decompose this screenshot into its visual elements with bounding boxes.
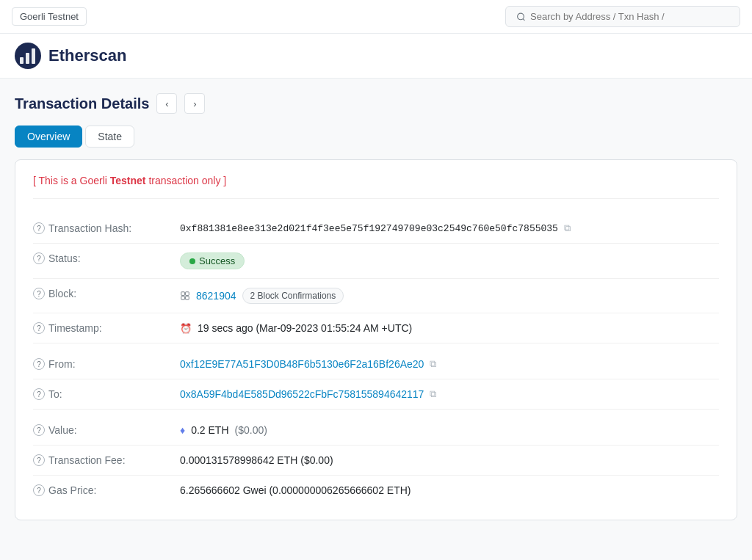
status-dot bbox=[189, 258, 195, 264]
svg-rect-3 bbox=[20, 57, 24, 64]
block-value: 8621904 2 Block Confirmations bbox=[180, 288, 719, 304]
page-content: Transaction Details ‹ › Overview State [… bbox=[0, 79, 752, 535]
from-row: ? From: 0xf12E9E77A51F3D0B48F6b5130e6F2a… bbox=[33, 349, 719, 379]
top-navbar: Goerli Testnet bbox=[0, 0, 752, 34]
hash-label: ? Transaction Hash: bbox=[33, 222, 180, 234]
hash-value: 0xf881381e8ee313e2d021f4f3ee5e75f1927497… bbox=[180, 222, 719, 234]
from-address-link[interactable]: 0xf12E9E77A51F3D0B48F6b5130e6F2a16Bf26Ae… bbox=[180, 358, 424, 370]
block-confirmations-badge: 2 Block Confirmations bbox=[242, 288, 344, 304]
fee-value: 0.000131578998642 ETH ($0.00) bbox=[180, 454, 719, 466]
transaction-detail-card: [ This is a Goerli Testnet transaction o… bbox=[15, 159, 737, 520]
from-label: ? From: bbox=[33, 358, 180, 370]
to-label: ? To: bbox=[33, 388, 180, 400]
timestamp-help-icon[interactable]: ? bbox=[33, 322, 45, 334]
status-badge: Success bbox=[180, 252, 245, 269]
from-copy-icon[interactable]: ⧉ bbox=[430, 358, 436, 370]
search-input[interactable] bbox=[530, 11, 729, 22]
page-title-bar: Transaction Details ‹ › bbox=[15, 93, 737, 114]
value-eth: 0.2 ETH bbox=[191, 424, 228, 436]
clock-icon: ⏰ bbox=[180, 323, 192, 334]
svg-rect-9 bbox=[186, 297, 189, 300]
timestamp-row: ? Timestamp: ⏰ 19 secs ago (Mar-09-2023 … bbox=[33, 313, 719, 343]
value-label: ? Value: bbox=[33, 424, 180, 436]
block-number-link[interactable]: 8621904 bbox=[196, 290, 236, 302]
testnet-notice: [ This is a Goerli Testnet transaction o… bbox=[33, 175, 719, 199]
gas-help-icon[interactable]: ? bbox=[33, 484, 45, 496]
logo-bar: Etherscan bbox=[0, 34, 752, 79]
status-label: ? Status: bbox=[33, 252, 180, 264]
svg-rect-4 bbox=[26, 53, 29, 64]
hash-row: ? Transaction Hash: 0xf881381e8ee313e2d0… bbox=[33, 214, 719, 244]
block-icon bbox=[180, 291, 190, 301]
eth-icon: ♦ bbox=[180, 424, 185, 436]
svg-rect-5 bbox=[32, 48, 35, 64]
block-row: ? Block: 8621904 2 Block Confirmations bbox=[33, 279, 719, 313]
svg-rect-8 bbox=[181, 297, 185, 300]
svg-rect-7 bbox=[186, 292, 189, 296]
testnet-notice-prefix: [ This is a Goerli bbox=[33, 175, 110, 186]
tab-state[interactable]: State bbox=[85, 126, 134, 148]
hash-help-icon[interactable]: ? bbox=[33, 222, 45, 234]
to-row: ? To: 0x8A59F4bd4E585Dd96522cFbFc7581558… bbox=[33, 379, 719, 410]
section-gap-1 bbox=[33, 343, 719, 349]
fee-help-icon[interactable]: ? bbox=[33, 454, 45, 466]
from-value: 0xf12E9E77A51F3D0B48F6b5130e6F2a16Bf26Ae… bbox=[180, 358, 719, 370]
block-help-icon[interactable]: ? bbox=[33, 288, 45, 299]
from-help-icon[interactable]: ? bbox=[33, 358, 45, 370]
section-gap-2 bbox=[33, 410, 719, 415]
to-value: 0x8A59F4bd4E585Dd96522cFbFc7581558946421… bbox=[180, 388, 719, 400]
gas-value: 6.265666602 Gwei (0.000000006265666602 E… bbox=[180, 484, 719, 496]
timestamp-label: ? Timestamp: bbox=[33, 322, 180, 334]
search-icon bbox=[516, 12, 526, 22]
svg-rect-6 bbox=[181, 292, 185, 296]
svg-line-1 bbox=[523, 18, 524, 20]
value-value: ♦ 0.2 ETH ($0.00) bbox=[180, 424, 719, 436]
hash-copy-icon[interactable]: ⧉ bbox=[564, 222, 571, 234]
gas-label: ? Gas Price: bbox=[33, 484, 180, 496]
prev-arrow-button[interactable]: ‹ bbox=[156, 93, 177, 114]
value-row: ? Value: ♦ 0.2 ETH ($0.00) bbox=[33, 415, 719, 446]
gas-row: ? Gas Price: 6.265666602 Gwei (0.0000000… bbox=[33, 476, 719, 505]
svg-point-0 bbox=[518, 13, 524, 20]
status-help-icon[interactable]: ? bbox=[33, 252, 45, 264]
to-copy-icon[interactable]: ⧉ bbox=[430, 388, 436, 400]
etherscan-logo-icon bbox=[15, 43, 41, 69]
fee-row: ? Transaction Fee: 0.000131578998642 ETH… bbox=[33, 446, 719, 476]
network-badge[interactable]: Goerli Testnet bbox=[12, 7, 87, 26]
to-help-icon[interactable]: ? bbox=[33, 388, 45, 400]
to-address-link[interactable]: 0x8A59F4bd4E585Dd96522cFbFc7581558946421… bbox=[180, 388, 424, 400]
logo-text: Etherscan bbox=[48, 46, 126, 65]
fee-label: ? Transaction Fee: bbox=[33, 454, 180, 466]
block-label: ? Block: bbox=[33, 288, 180, 299]
testnet-notice-bold: Testnet bbox=[110, 175, 146, 186]
value-help-icon[interactable]: ? bbox=[33, 424, 45, 436]
next-arrow-button[interactable]: › bbox=[184, 93, 205, 114]
status-value: Success bbox=[180, 252, 719, 269]
tabs-bar: Overview State bbox=[15, 126, 737, 148]
search-bar[interactable] bbox=[505, 6, 740, 27]
status-row: ? Status: Success bbox=[33, 244, 719, 279]
testnet-notice-suffix: transaction only ] bbox=[146, 175, 227, 186]
tab-overview[interactable]: Overview bbox=[15, 126, 82, 148]
hash-text: 0xf881381e8ee313e2d021f4f3ee5e75f1927497… bbox=[180, 223, 558, 234]
timestamp-value: ⏰ 19 secs ago (Mar-09-2023 01:55:24 AM +… bbox=[180, 322, 719, 334]
page-title: Transaction Details bbox=[15, 95, 149, 112]
value-usd: ($0.00) bbox=[235, 424, 267, 436]
